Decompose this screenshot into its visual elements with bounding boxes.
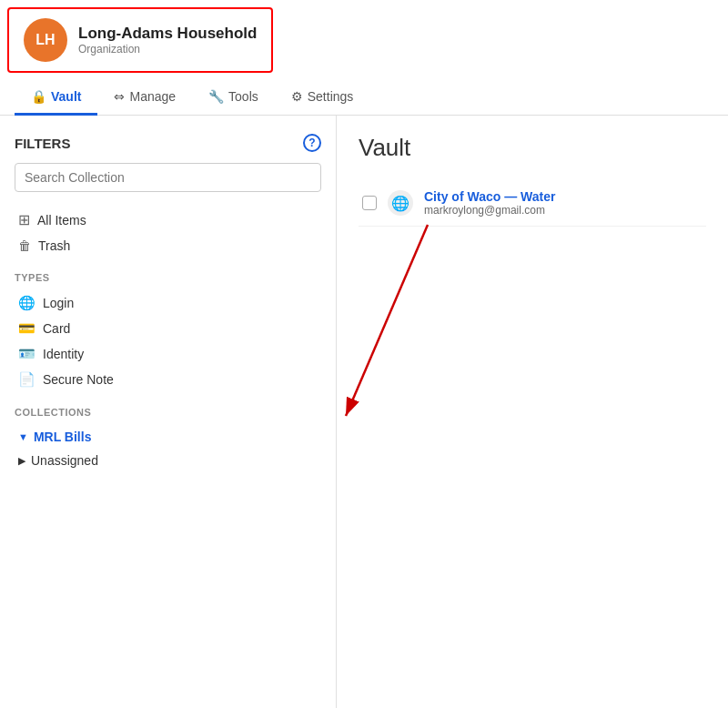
tab-manage[interactable]: ⇔ Manage <box>97 80 192 116</box>
filters-header: FILTERS ? <box>15 134 321 152</box>
vault-title: Vault <box>359 134 706 162</box>
main-content: Vault 🌐 City of Waco — Water markroylong… <box>337 116 728 708</box>
item-info: City of Waco — Water markroylong@gmail.c… <box>424 189 555 217</box>
filters-title: FILTERS <box>15 136 70 151</box>
settings-icon: ⚙ <box>291 89 303 104</box>
note-icon: 📄 <box>18 371 35 388</box>
grid-icon <box>18 211 30 228</box>
sidebar: FILTERS ? All Items Trash TYPES 🌐 Login … <box>0 116 337 708</box>
chevron-down-icon: ▼ <box>18 431 28 442</box>
manage-icon: ⇔ <box>114 89 125 104</box>
nav-tabs: 🔒 Vault ⇔ Manage 🔧 Tools ⚙ Settings <box>0 80 728 116</box>
main-layout: FILTERS ? All Items Trash TYPES 🌐 Login … <box>0 116 728 708</box>
org-header: LH Long-Adams Household Organization <box>7 7 273 73</box>
item-type-icon: 🌐 <box>388 190 413 216</box>
trash-icon <box>18 238 31 253</box>
chevron-right-icon: ▶ <box>18 455 25 467</box>
collections-section-title: COLLECTIONS <box>15 407 321 418</box>
lock-icon: 🔒 <box>31 89 46 104</box>
svg-line-1 <box>346 225 428 416</box>
sidebar-item-all-items[interactable]: All Items <box>15 207 321 233</box>
sidebar-item-card[interactable]: 💳 Card <box>15 316 321 341</box>
collection-item-mrl-bills[interactable]: ▼ MRL Bills <box>15 425 321 449</box>
avatar: LH <box>24 18 67 62</box>
tab-tools[interactable]: 🔧 Tools <box>192 80 275 116</box>
globe-icon: 🌐 <box>18 295 35 311</box>
annotation-arrow <box>337 188 719 480</box>
collection-item-unassigned[interactable]: ▶ Unassigned <box>15 449 321 472</box>
sidebar-item-login[interactable]: 🌐 Login <box>15 290 321 316</box>
item-username: markroylong@gmail.com <box>424 204 555 217</box>
org-type: Organization <box>78 43 257 56</box>
sidebar-item-identity[interactable]: 🪪 Identity <box>15 341 321 367</box>
sidebar-item-secure-note[interactable]: 📄 Secure Note <box>15 367 321 392</box>
identity-icon: 🪪 <box>18 346 35 362</box>
org-name: Long-Adams Household <box>78 25 257 43</box>
item-checkbox[interactable] <box>362 196 377 210</box>
help-icon[interactable]: ? <box>303 134 321 152</box>
sidebar-item-trash[interactable]: Trash <box>15 233 321 258</box>
card-icon: 💳 <box>18 320 35 337</box>
item-name[interactable]: City of Waco — Water <box>424 189 555 204</box>
search-input[interactable] <box>15 163 321 192</box>
tab-settings[interactable]: ⚙ Settings <box>275 80 370 116</box>
tools-icon: 🔧 <box>208 89 224 104</box>
org-info: Long-Adams Household Organization <box>78 25 257 56</box>
vault-item: 🌐 City of Waco — Water markroylong@gmail… <box>359 180 706 227</box>
types-section-title: TYPES <box>15 272 321 283</box>
tab-vault[interactable]: 🔒 Vault <box>15 80 97 116</box>
